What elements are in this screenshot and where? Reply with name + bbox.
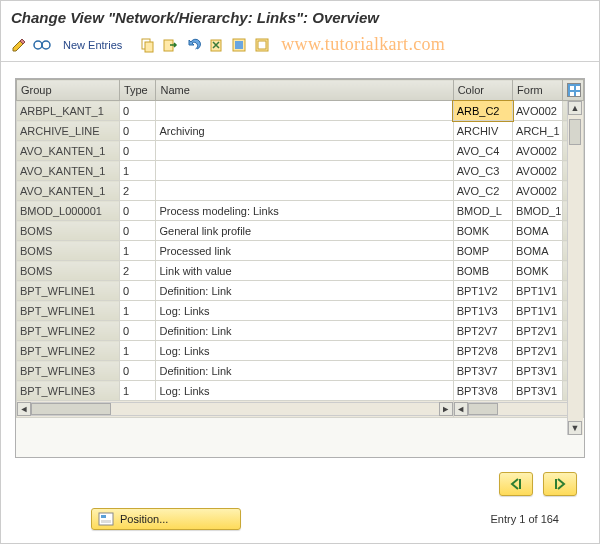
table-row[interactable]: AVO_KANTEN_12AVO_C2AVO002 <box>17 181 584 201</box>
cell[interactable]: AVO_KANTEN_1 <box>17 181 120 201</box>
cell[interactable]: BOMA <box>513 221 563 241</box>
vscroll-thumb[interactable] <box>569 119 581 145</box>
cell[interactable]: BPT1V3 <box>453 301 512 321</box>
table-row[interactable]: BPT_WFLINE31Log: LinksBPT3V8BPT3V1 <box>17 381 584 401</box>
cell[interactable]: Process modeling: Links <box>156 201 453 221</box>
table-row[interactable]: BOMS1Processed linkBOMPBOMA <box>17 241 584 261</box>
cell[interactable]: BPT1V1 <box>513 301 563 321</box>
table-row[interactable]: AVO_KANTEN_10AVO_C4AVO002 <box>17 141 584 161</box>
next-page-button[interactable] <box>543 472 577 496</box>
table-row[interactable]: AVO_KANTEN_11AVO_C3AVO002 <box>17 161 584 181</box>
cell[interactable]: ARCH_1 <box>513 121 563 141</box>
cell[interactable]: AVO_C3 <box>453 161 512 181</box>
cell[interactable]: BPT3V1 <box>513 381 563 401</box>
col-header-group[interactable]: Group <box>17 80 120 101</box>
cell[interactable]: Log: Links <box>156 341 453 361</box>
cell[interactable]: BPT2V7 <box>453 321 512 341</box>
cell[interactable]: 0 <box>119 121 156 141</box>
table-row[interactable]: BOMS0General link profileBOMKBOMA <box>17 221 584 241</box>
cell[interactable]: BOMA <box>513 241 563 261</box>
table-row[interactable]: ARCHIVE_LINE0ArchivingARCHIVARCH_1 <box>17 121 584 141</box>
cell[interactable]: Definition: Link <box>156 281 453 301</box>
table-row[interactable]: BMOD_L0000010Process modeling: LinksBMOD… <box>17 201 584 221</box>
cell[interactable]: 0 <box>119 321 156 341</box>
table-row[interactable]: BOMS2Link with valueBOMBBOMK <box>17 261 584 281</box>
table-row[interactable]: BPT_WFLINE21Log: LinksBPT2V8BPT2V1 <box>17 341 584 361</box>
vscroll[interactable]: ▲ ▼ <box>567 101 583 435</box>
cell[interactable]: AVO_KANTEN_1 <box>17 161 120 181</box>
cell[interactable]: BMOD_1 <box>513 201 563 221</box>
vscroll-up-icon[interactable]: ▲ <box>568 101 582 115</box>
cell[interactable]: BPT1V1 <box>513 281 563 301</box>
cell[interactable]: BOMS <box>17 261 120 281</box>
undo-icon[interactable] <box>183 35 203 55</box>
cell[interactable]: 1 <box>119 161 156 181</box>
hscroll2-left-icon[interactable]: ◄ <box>454 402 468 416</box>
cell[interactable]: 1 <box>119 301 156 321</box>
cell[interactable]: 0 <box>119 221 156 241</box>
cell[interactable]: 0 <box>119 141 156 161</box>
cell[interactable]: BPT2V8 <box>453 341 512 361</box>
cell[interactable]: AVO_C4 <box>453 141 512 161</box>
cell[interactable]: BOMS <box>17 221 120 241</box>
cell[interactable]: ARCHIV <box>453 121 512 141</box>
cell[interactable]: AVO_KANTEN_1 <box>17 141 120 161</box>
move-icon[interactable] <box>160 35 180 55</box>
cell[interactable] <box>156 101 453 121</box>
col-header-form[interactable]: Form <box>513 80 563 101</box>
cell[interactable]: 0 <box>119 201 156 221</box>
col-header-color[interactable]: Color <box>453 80 512 101</box>
cell[interactable]: Definition: Link <box>156 321 453 341</box>
data-grid[interactable]: Group Type Name Color Form ARBPL_KANT_10… <box>16 79 584 418</box>
cell[interactable]: AVO_C2 <box>453 181 512 201</box>
cell[interactable] <box>156 181 453 201</box>
hscroll-left-icon[interactable]: ◄ <box>17 402 31 416</box>
table-row[interactable]: BPT_WFLINE10Definition: LinkBPT1V2BPT1V1 <box>17 281 584 301</box>
cell[interactable]: Link with value <box>156 261 453 281</box>
cell[interactable]: BPT2V1 <box>513 341 563 361</box>
change-icon[interactable] <box>9 35 29 55</box>
cell[interactable]: BPT_WFLINE3 <box>17 381 120 401</box>
cell[interactable]: BOMS <box>17 241 120 261</box>
cell[interactable]: ARB_C2 <box>453 101 512 121</box>
deselect-all-icon[interactable] <box>252 35 272 55</box>
cell[interactable]: BPT_WFLINE2 <box>17 341 120 361</box>
cell[interactable]: BOMK <box>453 221 512 241</box>
hscroll-thumb-left[interactable] <box>31 403 111 415</box>
cell[interactable]: AVO002 <box>513 101 563 121</box>
cell[interactable]: General link profile <box>156 221 453 241</box>
cell[interactable]: 2 <box>119 261 156 281</box>
col-header-type[interactable]: Type <box>119 80 156 101</box>
select-column-icon[interactable] <box>563 80 584 101</box>
cell[interactable]: BMOD_L000001 <box>17 201 120 221</box>
cell[interactable]: ARBPL_KANT_1 <box>17 101 120 121</box>
cell[interactable]: 1 <box>119 381 156 401</box>
col-header-name[interactable]: Name <box>156 80 453 101</box>
table-row[interactable]: BPT_WFLINE30Definition: LinkBPT3V7BPT3V1 <box>17 361 584 381</box>
cell[interactable]: AVO002 <box>513 141 563 161</box>
hscroll2-thumb[interactable] <box>468 403 498 415</box>
cell[interactable]: BOMB <box>453 261 512 281</box>
cell[interactable]: Archiving <box>156 121 453 141</box>
hscroll-track-left[interactable] <box>31 402 439 416</box>
delete-icon[interactable] <box>206 35 226 55</box>
hscroll-right-icon[interactable]: ► <box>439 402 453 416</box>
cell[interactable]: ARCHIVE_LINE <box>17 121 120 141</box>
table-row[interactable]: ARBPL_KANT_10ARB_C2AVO002 <box>17 101 584 121</box>
cell[interactable]: BPT1V2 <box>453 281 512 301</box>
cell[interactable]: 0 <box>119 281 156 301</box>
cell[interactable]: BOMK <box>513 261 563 281</box>
cell[interactable]: 2 <box>119 181 156 201</box>
cell[interactable]: BPT3V1 <box>513 361 563 381</box>
cell[interactable]: 1 <box>119 341 156 361</box>
cell[interactable]: Log: Links <box>156 381 453 401</box>
cell[interactable]: Log: Links <box>156 301 453 321</box>
cell[interactable]: AVO002 <box>513 181 563 201</box>
table-row[interactable]: BPT_WFLINE11Log: LinksBPT1V3BPT1V1 <box>17 301 584 321</box>
cell[interactable] <box>156 161 453 181</box>
cell[interactable]: BPT2V1 <box>513 321 563 341</box>
cell[interactable]: Definition: Link <box>156 361 453 381</box>
cell[interactable]: BMOD_L <box>453 201 512 221</box>
cell[interactable]: 1 <box>119 241 156 261</box>
glasses-icon[interactable] <box>32 35 52 55</box>
